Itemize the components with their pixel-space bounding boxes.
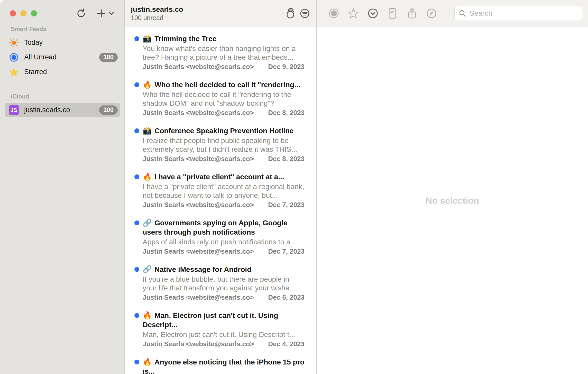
chevron-down-icon <box>108 12 114 15</box>
add-feed-menu-button[interactable] <box>107 7 116 20</box>
article-title: Conference Speaking Prevention Hotline <box>154 127 293 135</box>
chevron-down-circle-icon <box>367 7 379 20</box>
article-title: I have a "private client" account at a..… <box>154 173 284 181</box>
article-preview: Apps of all kinds rely on push notificat… <box>143 238 305 246</box>
article-preview: You know what's easier than hanging ligh… <box>143 44 305 62</box>
unread-count-badge: 100 <box>99 105 118 115</box>
article-author: Justin Searls <website@searls.co> <box>143 200 268 209</box>
article-emoji-icon: 🔥 <box>143 358 152 366</box>
share-button[interactable] <box>403 6 420 20</box>
article-title: Who the hell decided to call it "renderi… <box>154 81 300 89</box>
article-author: Justin Searls <website@searls.co> <box>143 62 268 71</box>
refresh-button[interactable] <box>75 7 87 20</box>
article-emoji-icon: 🔗 <box>143 265 152 273</box>
article-author: Justin Searls <website@searls.co> <box>143 108 268 117</box>
article-preview: Man, Electron just can't cut it. Using D… <box>143 330 305 339</box>
sidebar-item-today[interactable]: Today <box>5 35 120 50</box>
article-list-item[interactable]: 📸Trimming the Tree You know what's easie… <box>125 30 316 76</box>
article-author: Justin Searls <website@searls.co> <box>143 247 268 256</box>
add-feed-button[interactable] <box>95 7 107 20</box>
article-date: Dec 7, 2023 <box>268 247 305 256</box>
article-emoji-icon: 🔥 <box>143 173 152 181</box>
open-in-browser-button[interactable] <box>423 6 440 20</box>
star-icon <box>8 66 20 78</box>
unread-dot <box>134 313 139 318</box>
feed-title: justin.searls.co <box>131 5 284 14</box>
article-date: Dec 7, 2023 <box>268 200 305 209</box>
search-field[interactable] <box>454 6 583 21</box>
article-list-item[interactable]: 🔗Native iMessage for Android If you're a… <box>125 260 316 306</box>
article-date: Dec 5, 2023 <box>268 293 305 302</box>
article-preview: If you're a blue bubble, but there are p… <box>143 275 305 292</box>
read-status-circle-icon <box>328 7 340 19</box>
minimize-window-button[interactable] <box>20 10 26 16</box>
star-outline-icon <box>347 7 360 20</box>
window-controls <box>10 10 37 16</box>
compass-icon <box>425 7 438 20</box>
article-list-item[interactable]: 📸Conference Speaking Prevention Hotline … <box>125 122 316 168</box>
cleanup-button[interactable] <box>284 6 298 20</box>
refresh-icon <box>76 8 86 19</box>
unread-count-badge: 100 <box>99 53 118 62</box>
no-selection-placeholder: No selection <box>426 195 479 206</box>
article-date: Dec 8, 2023 <box>268 108 305 117</box>
article-author: Justin Searls <website@searls.co> <box>143 340 268 348</box>
close-window-button[interactable] <box>10 10 16 16</box>
article-preview: I have a "private client" account at a r… <box>143 182 305 200</box>
article-list: 📸Trimming the Tree You know what's easie… <box>125 27 316 374</box>
detail-pane: No selection <box>317 0 588 374</box>
sidebar-item-label: justin.searls.co <box>24 106 99 114</box>
section-header-icloud: iCloud <box>0 79 124 103</box>
article-title: Man, Electron just can't cut it. Using D… <box>143 311 278 329</box>
article-emoji-icon: 🔗 <box>143 219 152 227</box>
article-author: Justin Searls <website@searls.co> <box>143 154 268 163</box>
article-list-item[interactable]: 🔥I have a "private client" account at a.… <box>125 168 316 214</box>
article-title: Native iMessage for Android <box>154 265 251 273</box>
unread-dot <box>134 267 139 272</box>
article-title: Trimming the Tree <box>154 35 216 43</box>
netnewswire-window: Smart Feeds Today All Unread 100 Starred <box>0 0 588 374</box>
star-article-button[interactable] <box>345 6 362 20</box>
unread-circle-icon <box>8 52 20 63</box>
article-date: Dec 9, 2023 <box>268 62 305 71</box>
article-author: Justin Searls <website@searls.co> <box>143 293 268 302</box>
sidebar-item-label: All Unread <box>24 53 99 61</box>
article-preview: Who the hell decided to call it "renderi… <box>143 90 305 108</box>
article-doc-icon <box>386 7 399 20</box>
sidebar-item-all-unread[interactable]: All Unread 100 <box>5 50 120 65</box>
filter-icon <box>299 7 311 20</box>
article-emoji-icon: 📸 <box>143 127 152 135</box>
article-date: Dec 4, 2023 <box>268 340 305 348</box>
unread-dot <box>134 128 139 133</box>
share-icon <box>406 7 418 20</box>
plus-icon <box>96 8 106 18</box>
mark-read-button[interactable] <box>325 6 342 20</box>
article-list-item[interactable]: 🔥Who the hell decided to call it "render… <box>125 76 316 122</box>
icloud-section: iCloud JS justin.searls.co 100 <box>0 79 124 117</box>
article-list-item[interactable]: 🔥Anyone else noticing that the iPhone 15… <box>125 353 316 374</box>
article-emoji-icon: 🔥 <box>143 311 152 319</box>
search-input[interactable] <box>470 9 578 17</box>
cleanup-icon <box>285 7 297 20</box>
filter-button[interactable] <box>298 6 312 20</box>
zoom-window-button[interactable] <box>31 10 37 16</box>
article-date: Dec 8, 2023 <box>268 154 305 163</box>
sidebar-item-feed-justin-searls[interactable]: JS justin.searls.co 100 <box>5 103 120 117</box>
article-list-item[interactable]: 🔥Man, Electron just can't cut it. Using … <box>125 306 316 353</box>
detail-toolbar <box>317 0 588 27</box>
unread-dot <box>134 360 139 364</box>
unread-dot <box>134 36 139 41</box>
unread-dot <box>134 220 139 225</box>
unread-dot <box>134 174 139 179</box>
search-icon <box>459 10 466 17</box>
article-emoji-icon: 📸 <box>143 34 152 43</box>
next-unread-button[interactable] <box>364 6 381 20</box>
article-preview: I realize that people find public speaki… <box>143 136 305 154</box>
article-list-pane: justin.searls.co 100 unread 📸Trimming th… <box>125 0 317 374</box>
article-emoji-icon: 🔥 <box>143 81 152 89</box>
unread-dot <box>134 82 139 87</box>
article-list-item[interactable]: 🔗Governments spying on Apple, Google use… <box>125 214 316 260</box>
sun-icon <box>8 37 20 48</box>
reader-view-button[interactable] <box>384 6 401 20</box>
sidebar-item-starred[interactable]: Starred <box>5 65 120 79</box>
